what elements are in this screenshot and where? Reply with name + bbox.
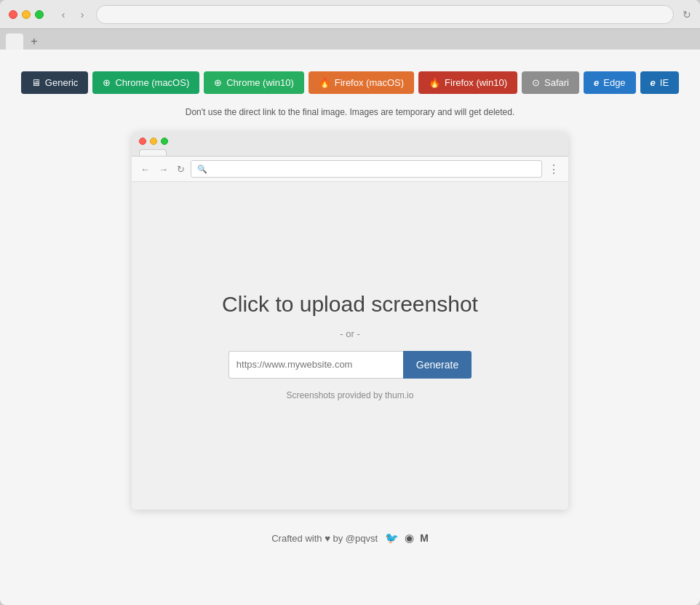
browser-top-bar: ‹ › ↻ bbox=[0, 0, 700, 29]
firefox-mac-label: Firefox (macOS) bbox=[335, 77, 404, 88]
firefox-mac-tab-button[interactable]: 🔥 Firefox (macOS) bbox=[309, 71, 414, 94]
monitor-icon: 🖥 bbox=[31, 77, 41, 88]
ie-tab-button[interactable]: e IE bbox=[640, 71, 680, 94]
firefox-mac-icon: 🔥 bbox=[319, 77, 330, 88]
back-button[interactable]: ‹ bbox=[55, 7, 71, 23]
footer-text: Crafted with ♥ by @pqvst bbox=[271, 533, 378, 544]
inner-close-light bbox=[139, 138, 146, 145]
close-button[interactable] bbox=[9, 10, 17, 19]
search-icon: 🔍 bbox=[197, 165, 207, 174]
browser-chrome: ‹ › ↻ + 🖥 Generic ⊕ Chrome (macOS) ⊕ Chr… bbox=[0, 0, 700, 605]
nav-buttons: ‹ › bbox=[55, 7, 90, 23]
url-input-row: Generate bbox=[228, 351, 472, 379]
ie-icon: e bbox=[651, 77, 656, 88]
github-icon[interactable]: ◉ bbox=[405, 531, 414, 545]
url-input[interactable] bbox=[228, 351, 403, 379]
inner-forward-button[interactable]: → bbox=[156, 162, 171, 176]
chrome-mac-tab-button[interactable]: ⊕ Chrome (macOS) bbox=[92, 71, 199, 94]
generic-tab-button[interactable]: 🖥 Generic bbox=[21, 71, 89, 94]
page-content: 🖥 Generic ⊕ Chrome (macOS) ⊕ Chrome (win… bbox=[0, 50, 700, 605]
ie-label: IE bbox=[660, 77, 669, 88]
new-tab-button[interactable]: + bbox=[26, 33, 42, 50]
upload-title[interactable]: Click to upload screenshot bbox=[222, 292, 478, 317]
twitter-icon[interactable]: 🐦 bbox=[385, 531, 399, 545]
chrome-win-label: Chrome (win10) bbox=[226, 77, 293, 88]
safari-tab-button[interactable]: ⊙ Safari bbox=[522, 71, 579, 94]
or-divider: - or - bbox=[340, 328, 359, 339]
footer-icons: 🐦 ◉ M bbox=[385, 531, 429, 545]
generate-button[interactable]: Generate bbox=[403, 351, 472, 379]
inner-browser-nav: ← → ↻ 🔍 ⋮ bbox=[132, 157, 568, 182]
generic-label: Generic bbox=[45, 77, 79, 88]
firefox-win-icon: 🔥 bbox=[429, 77, 440, 88]
edge-icon: e bbox=[594, 77, 599, 88]
safari-label: Safari bbox=[544, 77, 569, 88]
inner-maximize-light bbox=[161, 138, 168, 145]
outer-address-bar[interactable] bbox=[96, 5, 674, 24]
active-tab[interactable] bbox=[6, 33, 23, 50]
footer: Crafted with ♥ by @pqvst 🐦 ◉ M bbox=[271, 531, 429, 545]
chrome-icon: ⊕ bbox=[103, 77, 111, 88]
chrome-mac-label: Chrome (macOS) bbox=[115, 77, 189, 88]
chrome-win-tab-button[interactable]: ⊕ Chrome (win10) bbox=[204, 71, 303, 94]
firefox-win-tab-button[interactable]: 🔥 Firefox (win10) bbox=[418, 71, 517, 94]
screenshots-credit: Screenshots provided by thum.io bbox=[287, 390, 414, 400]
inner-browser-mockup: ← → ↻ 🔍 ⋮ Click to upload screenshot - o… bbox=[132, 132, 568, 510]
notice-text: Don't use the direct link to the final i… bbox=[186, 107, 515, 117]
tab-bar: + bbox=[0, 29, 700, 50]
browser-tabs-row: 🖥 Generic ⊕ Chrome (macOS) ⊕ Chrome (win… bbox=[21, 71, 679, 94]
inner-minimize-light bbox=[150, 138, 157, 145]
edge-label: Edge bbox=[603, 77, 625, 88]
inner-browser-top bbox=[132, 132, 568, 157]
inner-tab-row bbox=[139, 149, 561, 156]
medium-icon[interactable]: M bbox=[420, 532, 429, 544]
inner-back-button[interactable]: ← bbox=[138, 162, 153, 176]
minimize-button[interactable] bbox=[22, 10, 31, 19]
safari-icon: ⊙ bbox=[532, 77, 540, 88]
inner-reload-button[interactable]: ↻ bbox=[174, 162, 188, 176]
firefox-win-label: Firefox (win10) bbox=[445, 77, 507, 88]
chrome-win-icon: ⊕ bbox=[214, 77, 222, 88]
upload-area: Click to upload screenshot - or - Genera… bbox=[222, 292, 478, 400]
maximize-button[interactable] bbox=[35, 10, 44, 19]
reload-button[interactable]: ↻ bbox=[683, 9, 691, 20]
forward-button[interactable]: › bbox=[74, 7, 90, 23]
inner-browser-body[interactable]: Click to upload screenshot - or - Genera… bbox=[132, 182, 568, 510]
inner-menu-button[interactable]: ⋮ bbox=[545, 162, 562, 176]
inner-active-tab[interactable] bbox=[139, 149, 167, 156]
inner-traffic-lights bbox=[139, 138, 561, 145]
inner-address-bar[interactable]: 🔍 bbox=[191, 160, 542, 178]
edge-tab-button[interactable]: e Edge bbox=[584, 71, 636, 94]
traffic-lights bbox=[9, 10, 44, 19]
